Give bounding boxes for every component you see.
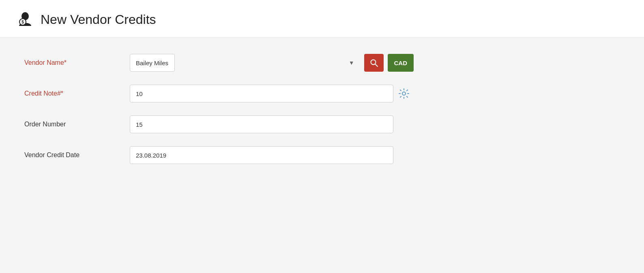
- credit-note-label: Credit Note#*: [24, 90, 130, 97]
- svg-line-5: [375, 64, 378, 66]
- search-icon: [370, 59, 378, 67]
- page-icon: $: [16, 10, 36, 29]
- order-number-controls: [130, 115, 414, 133]
- order-number-row: Order Number: [24, 115, 620, 133]
- credit-note-controls: [130, 85, 414, 102]
- vendor-name-label: Vendor Name*: [24, 59, 130, 66]
- order-number-label: Order Number: [24, 121, 130, 128]
- vendor-select-wrapper: Bailey Miles ▼: [130, 54, 360, 72]
- vendor-name-row: Vendor Name* Bailey Miles ▼ CAD: [24, 54, 620, 72]
- credit-note-settings-button[interactable]: [397, 87, 410, 100]
- gear-icon: [399, 88, 409, 99]
- vendor-credit-date-input[interactable]: [130, 146, 393, 164]
- credit-note-row: Credit Note#*: [24, 85, 620, 102]
- chevron-down-icon: ▼: [349, 60, 354, 66]
- order-number-input[interactable]: [130, 115, 393, 133]
- vendor-credit-date-row: Vendor Credit Date: [24, 146, 620, 164]
- vendor-credit-date-label: Vendor Credit Date: [24, 151, 130, 159]
- page-header: $ New Vendor Credits: [0, 0, 644, 38]
- vendor-name-select[interactable]: Bailey Miles: [130, 54, 175, 72]
- vendor-credit-date-controls: [130, 146, 414, 164]
- page-content: Vendor Name* Bailey Miles ▼ CAD: [0, 38, 644, 273]
- cad-button[interactable]: CAD: [388, 54, 414, 72]
- credit-note-input[interactable]: [130, 85, 393, 102]
- form-section: Vendor Name* Bailey Miles ▼ CAD: [24, 54, 620, 164]
- vendor-search-button[interactable]: [364, 54, 384, 72]
- svg-point-6: [402, 92, 406, 95]
- page-title: New Vendor Credits: [41, 12, 156, 27]
- svg-text:$: $: [21, 20, 24, 24]
- vendor-name-controls: Bailey Miles ▼ CAD: [130, 54, 414, 72]
